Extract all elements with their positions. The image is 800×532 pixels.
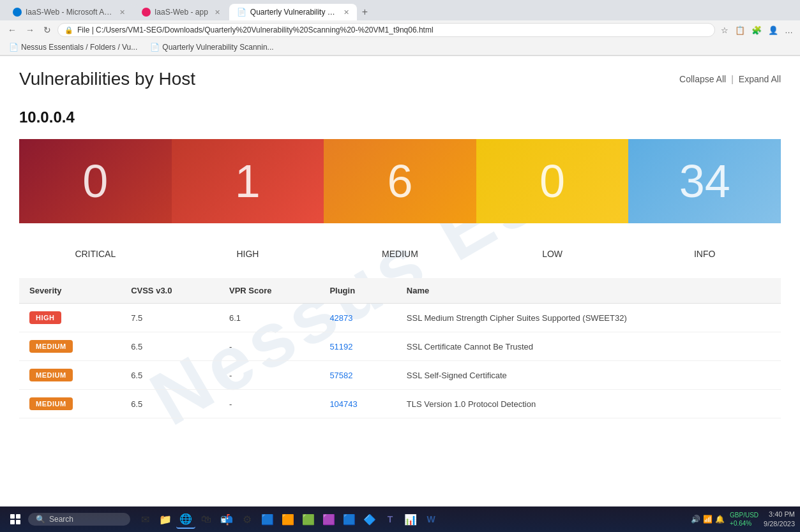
tab-favicon: 📄 — [237, 8, 246, 17]
cell-cvss: 6.5 — [121, 332, 219, 361]
cell-name: SSL Medium Strength Cipher Suites Suppor… — [396, 304, 781, 332]
card-low[interactable]: 0 — [476, 139, 629, 223]
tab-close-btn[interactable]: ✕ — [343, 8, 349, 17]
info-label-text: INFO — [694, 249, 715, 259]
severity-badge: MEDIUM — [29, 369, 73, 381]
vuln-table: Severity CVSS v3.0 VPR Score Plugin Name… — [19, 278, 781, 418]
col-cvss: CVSS v3.0 — [121, 278, 219, 304]
tab-title: Quarterly Vulnerability Scannin... — [250, 8, 337, 17]
collections-button[interactable]: 📋 — [733, 24, 747, 36]
medium-label: MEDIUM — [324, 249, 476, 259]
reload-button[interactable]: ↻ — [41, 24, 54, 36]
plugin-link[interactable]: 104743 — [329, 399, 357, 409]
account-button[interactable]: 👤 — [766, 24, 780, 36]
address-bar-row: ← → ↻ 🔒 File | C:/Users/VM1-SEG/Download… — [0, 20, 800, 40]
tab-favicon — [142, 8, 151, 17]
favorites-button[interactable]: ☆ — [719, 24, 730, 36]
address-bar[interactable]: 🔒 File | C:/Users/VM1-SEG/Downloads/Quar… — [57, 23, 715, 37]
cell-vpr: - — [219, 361, 319, 390]
host-ip: 10.0.0.4 — [19, 108, 781, 126]
critical-label-text: CRITICAL — [75, 249, 116, 259]
cell-name: SSL Certificate Cannot Be Trusted — [396, 332, 781, 361]
cell-severity: MEDIUM — [19, 332, 121, 361]
page-content: Nessus Ess... Vulnerabilities by Host Co… — [0, 56, 800, 490]
table-row: MEDIUM 6.5 - 57582 SSL Self-Signed Certi… — [19, 361, 781, 390]
cell-vpr: 6.1 — [219, 304, 319, 332]
tab-azure[interactable]: IaaS-Web - Microsoft Azure ✕ — [5, 4, 133, 20]
plugin-link[interactable]: 42873 — [329, 313, 352, 323]
bookmark-icon: 📄 — [9, 43, 19, 52]
bookmark-label: Quarterly Vulnerability Scannin... — [162, 43, 273, 52]
lock-icon: 🔒 — [64, 26, 73, 34]
cell-name: SSL Self-Signed Certificate — [396, 361, 781, 390]
card-info[interactable]: 34 — [628, 139, 781, 223]
col-vpr: VPR Score — [219, 278, 319, 304]
card-critical[interactable]: 0 — [19, 139, 172, 223]
card-high[interactable]: 1 — [172, 139, 324, 223]
forward-button[interactable]: → — [23, 24, 37, 36]
address-text: File | C:/Users/VM1-SEG/Downloads/Quarte… — [77, 26, 708, 34]
cell-cvss: 7.5 — [121, 304, 219, 332]
critical-count: 0 — [82, 158, 108, 204]
extensions-button[interactable]: 🧩 — [750, 24, 764, 36]
browser-actions: ☆ 📋 🧩 👤 … — [719, 24, 795, 36]
severity-badge: HIGH — [29, 311, 61, 324]
severity-cards: 0 1 6 0 34 — [19, 139, 781, 223]
page-inner: Vulnerabilities by Host Collapse All | E… — [19, 69, 781, 418]
high-count: 1 — [235, 158, 260, 204]
tab-title: IaaS-Web - app — [155, 8, 208, 17]
bookmark-label: Nessus Essentials / Folders / Vu... — [21, 43, 137, 52]
tab-bar: IaaS-Web - Microsoft Azure ✕ IaaS-Web - … — [0, 0, 800, 20]
medium-label-text: MEDIUM — [382, 249, 418, 259]
collapse-all-link[interactable]: Collapse All — [679, 74, 726, 84]
settings-button[interactable]: … — [783, 24, 795, 36]
tab-close-btn[interactable]: ✕ — [215, 8, 220, 17]
back-button[interactable]: ← — [5, 24, 19, 36]
table-row: HIGH 7.5 6.1 42873 SSL Medium Strength C… — [19, 304, 781, 332]
cell-vpr: - — [219, 390, 319, 418]
cell-vpr: - — [219, 332, 319, 361]
cell-plugin: 57582 — [319, 361, 396, 390]
page-header: Vulnerabilities by Host Collapse All | E… — [19, 69, 781, 89]
cell-cvss: 6.5 — [121, 390, 219, 418]
severity-badge: MEDIUM — [29, 340, 73, 353]
bookmark-quarterly[interactable]: 📄 Quarterly Vulnerability Scannin... — [146, 41, 277, 53]
cell-cvss: 6.5 — [121, 361, 219, 390]
host-section: 10.0.0.4 0 1 6 0 34 — [19, 108, 781, 418]
page-title: Vulnerabilities by Host — [19, 69, 195, 89]
high-label-text: HIGH — [236, 249, 259, 259]
cell-severity: MEDIUM — [19, 361, 121, 390]
low-label: LOW — [476, 249, 629, 259]
plugin-link[interactable]: 57582 — [329, 371, 352, 380]
expand-all-link[interactable]: Expand All — [739, 74, 781, 84]
header-actions: Collapse All | Expand All — [679, 74, 781, 84]
tab-app[interactable]: IaaS-Web - app ✕ — [134, 4, 228, 20]
table-header-row: Severity CVSS v3.0 VPR Score Plugin Name — [19, 278, 781, 304]
critical-label: CRITICAL — [19, 249, 172, 259]
bookmarks-bar: 📄 Nessus Essentials / Folders / Vu... 📄 … — [0, 40, 800, 55]
separator: | — [731, 74, 734, 84]
bookmark-nessus[interactable]: 📄 Nessus Essentials / Folders / Vu... — [5, 41, 141, 53]
cell-name: TLS Version 1.0 Protocol Detection — [396, 390, 781, 418]
high-label: HIGH — [172, 249, 324, 259]
tab-close-btn[interactable]: ✕ — [119, 8, 125, 17]
cell-severity: HIGH — [19, 304, 121, 332]
col-plugin: Plugin — [319, 278, 396, 304]
bookmark-icon: 📄 — [150, 43, 160, 52]
new-tab-button[interactable]: + — [358, 6, 372, 18]
info-label: INFO — [628, 249, 781, 259]
col-name: Name — [396, 278, 781, 304]
browser-chrome: IaaS-Web - Microsoft Azure ✕ IaaS-Web - … — [0, 0, 800, 56]
info-count: 34 — [679, 158, 730, 204]
severity-badge: MEDIUM — [29, 397, 73, 410]
low-label-text: LOW — [542, 249, 562, 259]
medium-count: 6 — [387, 158, 412, 204]
card-medium[interactable]: 6 — [324, 139, 476, 223]
tab-vuln-scan[interactable]: 📄 Quarterly Vulnerability Scannin... ✕ — [229, 4, 357, 20]
cell-severity: MEDIUM — [19, 390, 121, 418]
table-row: MEDIUM 6.5 - 51192 SSL Certificate Canno… — [19, 332, 781, 361]
tab-title: IaaS-Web - Microsoft Azure — [26, 8, 113, 17]
plugin-link[interactable]: 51192 — [329, 342, 352, 351]
col-severity: Severity — [19, 278, 121, 304]
cell-plugin: 104743 — [319, 390, 396, 418]
